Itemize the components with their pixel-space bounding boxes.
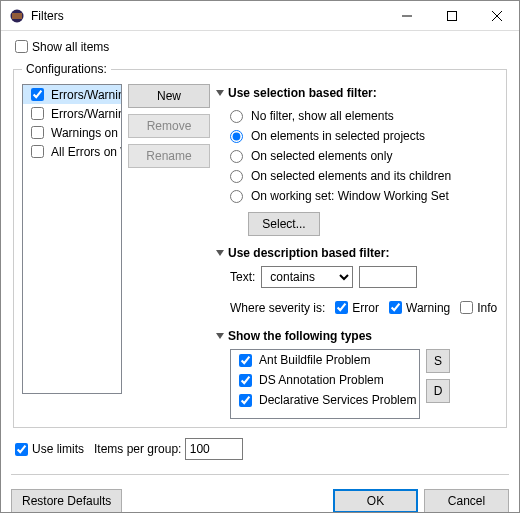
titlebar: Filters: [1, 1, 519, 31]
rename-button[interactable]: Rename: [128, 144, 210, 168]
text-label: Text:: [230, 270, 255, 284]
eclipse-icon: [9, 8, 25, 24]
type-item[interactable]: Declarative Services Problem: [231, 390, 419, 410]
config-item-check[interactable]: [31, 88, 44, 101]
config-item-label: Errors/Warnings on Project: [51, 88, 122, 102]
config-item[interactable]: Errors/Warnings on Project: [23, 85, 121, 104]
severity-label: Where severity is:: [230, 301, 325, 315]
select-all-types-button[interactable]: S: [426, 349, 450, 373]
selection-filter-radios: No filter, show all elements On elements…: [230, 106, 498, 206]
items-per-group-input[interactable]: [185, 438, 243, 460]
use-limits-checkbox[interactable]: Use limits: [11, 440, 84, 459]
config-item-label: Errors/Warnings on Selection: [51, 107, 122, 121]
config-item[interactable]: All Errors on Workspace: [23, 142, 121, 161]
config-item[interactable]: Warnings on Selection: [23, 123, 121, 142]
items-per-group-label: Items per group:: [94, 442, 181, 456]
types-list[interactable]: Ant Buildfile Problem DS Annotation Prob…: [230, 349, 420, 419]
text-mode-select[interactable]: contains: [261, 266, 353, 288]
config-item-check[interactable]: [31, 145, 44, 158]
select-working-set-button[interactable]: Select...: [248, 212, 320, 236]
radio-selected-elements[interactable]: On selected elements only: [230, 146, 498, 166]
severity-warning-checkbox[interactable]: Warning: [385, 298, 450, 317]
selection-filter-header[interactable]: Use selection based filter:: [216, 86, 498, 100]
close-button[interactable]: [474, 1, 519, 30]
restore-defaults-button[interactable]: Restore Defaults: [11, 489, 122, 513]
ok-button[interactable]: OK: [333, 489, 418, 513]
minimize-button[interactable]: [384, 1, 429, 30]
new-button[interactable]: New: [128, 84, 210, 108]
radio-no-filter[interactable]: No filter, show all elements: [230, 106, 498, 126]
configurations-list[interactable]: Errors/Warnings on Project Errors/Warnin…: [22, 84, 122, 394]
chevron-down-icon: [216, 90, 224, 96]
separator: [11, 474, 509, 475]
window-title: Filters: [31, 9, 384, 23]
chevron-down-icon: [216, 250, 224, 256]
configurations-legend: Configurations:: [22, 62, 111, 76]
show-all-items-label: Show all items: [32, 40, 109, 54]
type-item[interactable]: DS Annotation Problem: [231, 370, 419, 390]
type-item[interactable]: Ant Buildfile Problem: [231, 350, 419, 370]
maximize-button[interactable]: [429, 1, 474, 30]
cancel-button[interactable]: Cancel: [424, 489, 509, 513]
config-item[interactable]: Errors/Warnings on Selection: [23, 104, 121, 123]
config-item-label: Warnings on Selection: [51, 126, 122, 140]
text-filter-input[interactable]: [359, 266, 417, 288]
types-header[interactable]: Show the following types: [216, 329, 498, 343]
severity-info-checkbox[interactable]: Info: [456, 298, 497, 317]
description-filter-header[interactable]: Use description based filter:: [216, 246, 498, 260]
deselect-all-types-button[interactable]: D: [426, 379, 450, 403]
svg-rect-2: [447, 11, 456, 20]
remove-button[interactable]: Remove: [128, 114, 210, 138]
config-item-label: All Errors on Workspace: [51, 145, 122, 159]
configurations-group: Configurations: Errors/Warnings on Proje…: [13, 62, 507, 428]
radio-working-set[interactable]: On working set: Window Working Set: [230, 186, 498, 206]
severity-error-checkbox[interactable]: Error: [331, 298, 379, 317]
config-item-check[interactable]: [31, 107, 44, 120]
show-all-items-checkbox[interactable]: Show all items: [11, 37, 109, 56]
radio-selected-children[interactable]: On selected elements and its children: [230, 166, 498, 186]
config-item-check[interactable]: [31, 126, 44, 139]
radio-selected-projects[interactable]: On elements in selected projects: [230, 126, 498, 146]
chevron-down-icon: [216, 333, 224, 339]
